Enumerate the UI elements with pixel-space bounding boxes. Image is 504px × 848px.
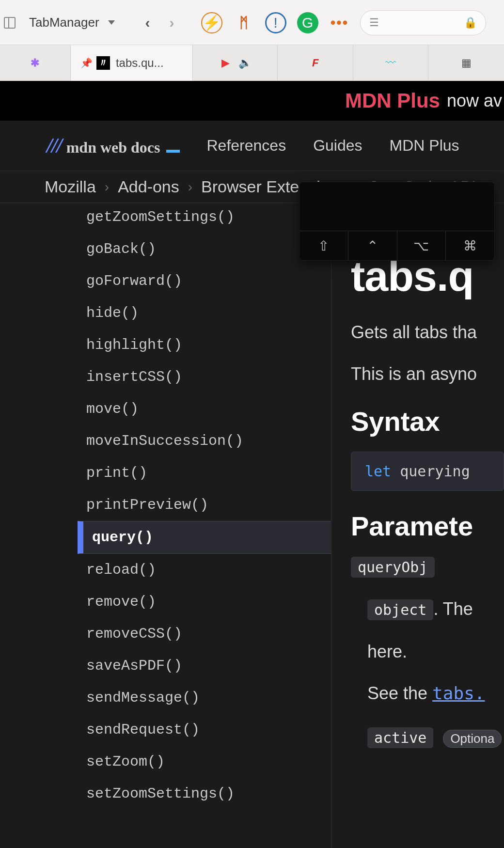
section-heading-parameters: Paramete <box>351 510 504 542</box>
pin-icon: 📌 <box>80 57 93 69</box>
tailwind-favicon-icon: 〰 <box>384 56 397 70</box>
extension-icon-m[interactable]: ᛗ <box>233 12 254 33</box>
browser-tab[interactable]: ✱ <box>0 45 71 81</box>
mute-icon: 🔈 <box>238 56 252 70</box>
overlay-content <box>299 182 494 231</box>
sidebar-item[interactable]: print() <box>0 457 331 489</box>
youtube-favicon-icon: ▶ <box>219 56 232 70</box>
browser-toolbar: TabManager ‹ › ⚡ ᛗ ! G ••• ☰ 🔒 <box>0 0 504 45</box>
browser-tab[interactable]: ▶ 🔈 <box>193 45 278 81</box>
nav-back-button[interactable]: ‹ <box>137 12 158 33</box>
sidebar-item[interactable]: goBack() <box>0 233 331 265</box>
mdn-top-nav: /// mdn web docs References Guides MDN P… <box>0 121 504 171</box>
url-bar[interactable]: ☰ 🔒 <box>360 10 486 35</box>
tab-manager-dropdown[interactable]: TabManager <box>22 12 122 34</box>
sidebar-item[interactable]: goForward() <box>0 265 331 297</box>
mdn-plus-banner[interactable]: MDN Plus now av <box>0 81 504 121</box>
extension-icon-more[interactable]: ••• <box>329 12 350 33</box>
browser-tab[interactable]: F <box>278 45 353 81</box>
tabs-link[interactable]: tabs. <box>432 683 485 703</box>
code-block: let querying <box>351 452 504 491</box>
sidebar-item[interactable]: setZoomSettings() <box>0 778 331 810</box>
app-favicon-icon: ▦ <box>459 56 473 70</box>
nav-mdn-plus[interactable]: MDN Plus <box>390 137 459 155</box>
nav-forward-button[interactable]: › <box>161 12 183 33</box>
sidebar-item[interactable]: removeCSS() <box>0 618 331 650</box>
sidebar-item[interactable]: getZoomSettings() <box>0 203 331 233</box>
extension-icon-clock[interactable]: ! <box>265 12 286 33</box>
browser-tabstrip: ✱ 📌 〃 tabs.qu... ▶ 🔈 F 〰 ▦ <box>0 45 504 81</box>
mdn-logo-text: mdn web docs <box>66 139 160 157</box>
optional-badge: Optiona <box>443 730 502 748</box>
reader-icon[interactable]: ☰ <box>369 16 379 29</box>
f1-favicon-icon: F <box>309 56 322 70</box>
modifier-key-control[interactable]: ⌃ <box>348 231 397 260</box>
sidebar-item[interactable]: move() <box>0 393 331 425</box>
mdn-logo-mark-icon: /// <box>47 133 62 158</box>
sidebar-item[interactable]: saveAsPDF() <box>0 650 331 682</box>
sidebar-item-active[interactable]: query() <box>78 521 331 554</box>
window-layout-icon[interactable] <box>4 17 16 29</box>
sidebar-item[interactable]: sendRequest() <box>0 714 331 746</box>
modifier-key-option[interactable]: ⌥ <box>397 231 446 260</box>
code-keyword: let <box>365 463 391 480</box>
browser-tab[interactable]: 〰 <box>353 45 429 81</box>
nav-guides[interactable]: Guides <box>313 137 362 155</box>
api-sidebar: getZoomSettings()goBack()goForward()hide… <box>0 203 331 848</box>
mdn-logo-underscore-icon <box>166 150 180 153</box>
mdn-plus-brand: MDN Plus <box>345 89 440 112</box>
sidebar-item[interactable]: insertCSS() <box>0 361 331 393</box>
see-the-text: See the <box>367 683 432 703</box>
sidebar-item[interactable]: remove() <box>0 586 331 618</box>
keyboard-overlay: ⇧ ⌃ ⌥ ⌘ <box>299 182 495 261</box>
sidebar-item[interactable]: sendMessage() <box>0 682 331 714</box>
article-intro: This is an asyno <box>351 364 504 384</box>
chevron-right-icon: › <box>105 179 109 195</box>
chevron-right-icon: › <box>188 179 192 195</box>
article-intro: Gets all tabs tha <box>351 322 504 343</box>
asterisk-favicon-icon: ✱ <box>28 56 42 70</box>
section-heading-syntax: Syntax <box>351 406 504 437</box>
nav-references[interactable]: References <box>207 137 286 155</box>
param-name-active: active <box>367 727 433 748</box>
sidebar-item[interactable]: printPreview() <box>0 489 331 521</box>
lock-icon: 🔒 <box>464 16 477 29</box>
tab-manager-label: TabManager <box>29 15 99 30</box>
mdn-favicon-icon: 〃 <box>96 56 110 70</box>
extension-icon-grammarly[interactable]: G <box>297 12 318 33</box>
param-type: object <box>367 599 433 620</box>
article-body: tabs.q Gets all tabs tha This is an asyn… <box>331 203 504 848</box>
mdn-logo[interactable]: /// mdn web docs <box>47 133 180 158</box>
breadcrumb-item[interactable]: Add-ons <box>118 177 179 196</box>
browser-tab-title: tabs.qu... <box>116 56 164 70</box>
sidebar-item[interactable]: moveInSuccession() <box>0 425 331 457</box>
sidebar-item[interactable]: hide() <box>0 297 331 329</box>
browser-tab-active[interactable]: 📌 〃 tabs.qu... <box>71 45 193 81</box>
breadcrumb-item[interactable]: Mozilla <box>45 177 96 196</box>
param-name: queryObj <box>351 557 435 578</box>
modifier-key-command[interactable]: ⌘ <box>446 231 494 260</box>
sidebar-item[interactable]: setZoom() <box>0 746 331 778</box>
sidebar-item[interactable]: reload() <box>0 554 331 586</box>
mdn-plus-banner-text: now av <box>447 91 502 111</box>
param-text: here. <box>367 642 504 662</box>
param-text: . The <box>433 599 472 619</box>
sidebar-item[interactable]: highlight() <box>0 329 331 361</box>
code-text: querying <box>391 463 470 480</box>
browser-tab[interactable]: ▦ <box>428 45 504 81</box>
extension-icon-bolt[interactable]: ⚡ <box>201 12 222 33</box>
modifier-key-shift[interactable]: ⇧ <box>299 231 348 260</box>
